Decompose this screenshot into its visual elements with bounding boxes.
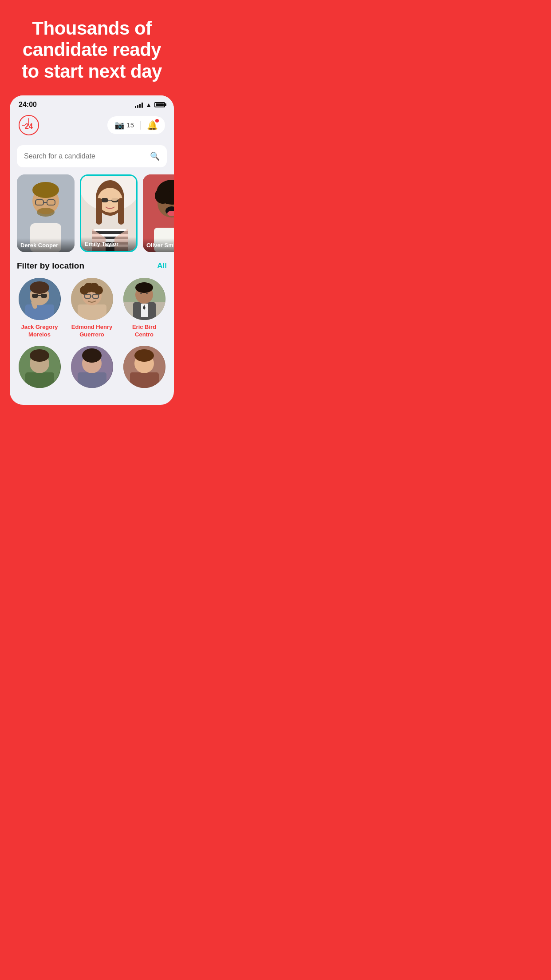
header-actions: 📷 15 🔔: [107, 116, 165, 134]
hero-section: Thousands of candidate ready to start ne…: [0, 0, 184, 95]
battery-icon: [154, 102, 165, 107]
location-candidates-row: Jack GregoryMorelos: [17, 278, 167, 339]
eric-avatar: [123, 278, 165, 320]
svg-rect-39: [25, 304, 54, 320]
hero-headline: Thousands of candidate ready to start ne…: [13, 18, 170, 82]
candidate-name-derek: Derek Cooper: [17, 238, 75, 252]
filter-section: Filter by location All: [10, 261, 174, 396]
svg-point-68: [30, 349, 49, 362]
search-bar[interactable]: 🔍: [17, 145, 167, 167]
svg-point-26: [111, 197, 118, 201]
svg-point-72: [82, 348, 102, 363]
location-candidates-row-2: [17, 346, 167, 396]
svg-rect-64: [146, 293, 148, 294]
message-icon: 📷: [114, 120, 124, 130]
candidate-card-derek[interactable]: Derek Cooper: [17, 174, 75, 252]
svg-rect-16: [101, 198, 108, 202]
svg-point-30: [155, 188, 171, 204]
eric-name: Eric BirdCentro: [132, 324, 156, 339]
svg-rect-43: [41, 294, 47, 298]
svg-rect-42: [32, 294, 38, 298]
logo-icon: 24: [19, 115, 39, 135]
avatar-b2: [71, 346, 113, 388]
filter-all-button[interactable]: All: [157, 261, 167, 270]
header-divider: [140, 121, 141, 130]
svg-rect-74: [130, 372, 159, 388]
message-count-area[interactable]: 📷 15: [114, 120, 134, 130]
app-logo: 24: [19, 115, 39, 135]
candidate-name-oliver: Oliver Smith: [143, 238, 174, 252]
edmond-name: Edmond HenryGuerrero: [71, 324, 112, 339]
wifi-icon: ▲: [146, 101, 152, 108]
candidate-name-emily: Emily Taylor: [81, 237, 136, 251]
candidate-card-oliver[interactable]: Oliver Smith: [143, 174, 174, 252]
filter-header: Filter by location All: [17, 261, 167, 271]
outer-wrapper: Thousands of candidate ready to start ne…: [0, 0, 184, 405]
location-item-b3[interactable]: [123, 346, 165, 391]
status-bar: 24:00 ▲: [10, 95, 174, 111]
svg-rect-70: [78, 372, 106, 388]
search-icon: 🔍: [150, 151, 160, 161]
avatar-b3: [123, 346, 165, 388]
filter-title: Filter by location: [17, 261, 84, 271]
notification-bell-area[interactable]: 🔔: [147, 120, 158, 130]
candidate-card-emily[interactable]: Emily Taylor: [80, 174, 138, 252]
svg-point-6: [32, 182, 59, 198]
notification-dot: [155, 119, 159, 122]
location-item-jack[interactable]: Jack GregoryMorelos: [19, 278, 61, 339]
phone-mockup: 24:00 ▲ 24: [10, 95, 174, 405]
candidate-cards-row: Derek Cooper: [10, 174, 174, 252]
edmond-avatar: [71, 278, 113, 320]
message-count: 15: [126, 121, 134, 129]
status-time: 24:00: [19, 101, 37, 109]
svg-rect-47: [78, 304, 106, 320]
location-item-eric[interactable]: Eric BirdCentro: [123, 278, 165, 339]
svg-point-41: [30, 281, 49, 294]
jack-name: Jack GregoryMorelos: [21, 324, 58, 339]
location-item-b2[interactable]: [71, 346, 113, 391]
location-item-b1[interactable]: [19, 346, 61, 391]
location-item-edmond[interactable]: Edmond HenryGuerrero: [71, 278, 113, 339]
status-icons: ▲: [135, 101, 165, 108]
app-header: 24 📷 15 🔔: [10, 111, 174, 141]
svg-rect-19: [96, 198, 102, 225]
jack-avatar: [19, 278, 61, 320]
svg-point-52: [94, 286, 103, 295]
avatar-b1: [19, 346, 61, 388]
search-input[interactable]: [24, 152, 146, 160]
svg-rect-66: [25, 372, 54, 388]
svg-point-76: [134, 349, 154, 362]
svg-rect-20: [118, 198, 124, 225]
svg-point-62: [135, 282, 153, 293]
svg-point-10: [37, 208, 55, 217]
signal-icon: [135, 102, 143, 108]
svg-rect-63: [140, 293, 142, 294]
